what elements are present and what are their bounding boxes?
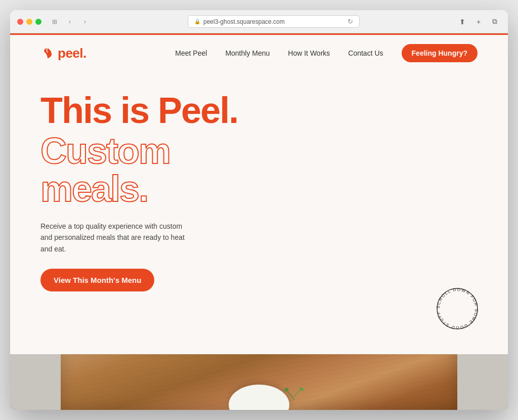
nav-links: Meet Peel Monthly Menu How It Works Cont… <box>175 49 383 57</box>
hero-cta-button[interactable]: View This Month's Menu <box>40 269 154 291</box>
address-bar-container: 🔒 peel3-ghost.squarespace.com ↻ <box>96 15 451 28</box>
url-text: peel3-ghost.squarespace.com <box>203 18 285 25</box>
nav-meet-peel[interactable]: Meet Peel <box>175 49 207 57</box>
browser-chrome: ⊞ ‹ › 🔒 peel3-ghost.squarespace.com ↻ ⬆ … <box>10 10 508 33</box>
nav-monthly-menu[interactable]: Monthly Menu <box>225 49 270 57</box>
browser-controls: ⊞ ‹ › <box>49 17 91 27</box>
herb-garnish <box>284 387 304 400</box>
address-bar[interactable]: 🔒 peel3-ghost.squarespace.com ↻ <box>188 15 360 28</box>
hero-description: Receive a top quality experience with cu… <box>40 221 192 255</box>
forward-button[interactable]: › <box>79 17 91 27</box>
website-content: peel. Meet Peel Monthly Menu How It Work… <box>10 33 508 410</box>
refresh-icon[interactable]: ↻ <box>348 18 353 25</box>
nav-how-it-works[interactable]: How It Works <box>288 49 330 57</box>
logo-text: peel. <box>58 46 87 61</box>
new-tab-button[interactable]: + <box>472 16 485 28</box>
hero-title-outline: Custom meals. <box>40 132 478 208</box>
svg-text:SCROLL DOWN FOR SOME GOOD STUF: SCROLL DOWN FOR SOME GOOD STUFF <box>436 287 479 330</box>
hero-section: This is Peel. Custom meals. Receive a to… <box>10 71 508 354</box>
nav-cta-button[interactable]: Feeling Hungry? <box>402 44 478 62</box>
share-button[interactable]: ⬆ <box>456 16 468 28</box>
scroll-badge-svg: SCROLL DOWN FOR SOME GOOD STUFF <box>432 283 483 334</box>
bg-right <box>457 354 508 410</box>
nav-contact-us[interactable]: Contact Us <box>348 49 383 57</box>
lock-icon: 🔒 <box>194 19 200 24</box>
tab-overview-button[interactable]: ⧉ <box>489 16 501 28</box>
hero-title-outline-line2: meals. <box>40 169 148 209</box>
window-layout-button[interactable]: ⊞ <box>49 17 61 27</box>
bg-left <box>10 354 61 410</box>
back-button[interactable]: ‹ <box>64 17 76 27</box>
svg-point-2 <box>284 387 289 392</box>
browser-actions: ⬆ + ⧉ <box>456 16 501 28</box>
close-button[interactable] <box>17 19 23 25</box>
hero-title-solid: This is Peel. <box>40 92 478 130</box>
main-nav: peel. Meet Peel Monthly Menu How It Work… <box>10 35 508 71</box>
logo-area[interactable]: peel. <box>40 46 87 61</box>
peel-logo-icon <box>40 46 55 60</box>
scroll-badge: SCROLL DOWN FOR SOME GOOD STUFF <box>432 283 483 334</box>
hero-title-outline-line1: Custom <box>40 131 170 171</box>
browser-window: ⊞ ‹ › 🔒 peel3-ghost.squarespace.com ↻ ⬆ … <box>10 10 508 410</box>
food-image-section <box>10 354 508 410</box>
maximize-button[interactable] <box>35 19 41 25</box>
traffic-lights <box>17 19 41 25</box>
minimize-button[interactable] <box>26 19 32 25</box>
